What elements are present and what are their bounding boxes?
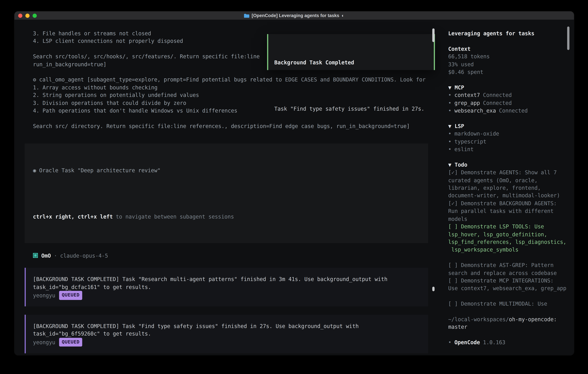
todo-line: [✓] Demonstrate BACKGROUND AGENTS: bbox=[448, 200, 567, 207]
bullet-icon: • bbox=[448, 138, 452, 145]
screen: [OpenCode] Leveraging agents for tasks ◐… bbox=[0, 0, 588, 374]
context-used: 33% used bbox=[448, 61, 567, 68]
mcp-name: websearch_exa bbox=[454, 108, 496, 114]
zoom-button[interactable] bbox=[32, 13, 37, 18]
workspace-repo: oh-my-opencode: bbox=[509, 316, 557, 322]
message-text-line: task_id="bg_6f59260c" to get results. bbox=[33, 330, 420, 338]
toast-notification[interactable]: Background Task Completed Task "Find typ… bbox=[267, 34, 435, 70]
agent-model: claude-opus-4-5 bbox=[60, 252, 108, 260]
workspace-path-prefix: ~/local-workspaces/ bbox=[448, 316, 509, 322]
oracle-task-title-line: ◉Oracle Task "Deep architecture review" bbox=[33, 166, 420, 174]
agent-square-icon bbox=[33, 253, 38, 258]
todo-line-active: lsp_find_references, lsp_diagnostics, bbox=[448, 238, 567, 246]
lsp-name: typescript bbox=[454, 138, 486, 145]
todo-line-active: lsp_hover, lsp_goto_definition, bbox=[448, 230, 567, 238]
lsp-name: markdown-oxide bbox=[454, 131, 499, 137]
workspace-path: ~/local-workspaces/oh-my-opencode: bbox=[448, 315, 567, 323]
todo-line-active: [ ] Demonstrate LSP TOOLS: Use bbox=[448, 223, 567, 230]
todo-line-active: lsp_workspace_symbols bbox=[448, 246, 567, 254]
app-version: 1.0.163 bbox=[483, 339, 505, 345]
bullet-icon: • bbox=[448, 108, 452, 114]
todo-line: librarian, explore, frontend, bbox=[448, 184, 567, 192]
progress-circle-icon: ◐ bbox=[342, 12, 344, 19]
message-text-line: [BACKGROUND TASK COMPLETED] Task "Find t… bbox=[33, 322, 420, 330]
todo-line: [ ] Demonstrate MULTIMODAL: Use bbox=[448, 300, 567, 308]
nav-hint-text: to navigate between subagent sessions bbox=[116, 214, 234, 220]
mcp-name: grep_app bbox=[454, 100, 480, 106]
gear-icon: ⚙ bbox=[33, 77, 36, 83]
workspace-branch: master bbox=[448, 323, 567, 331]
folder-icon bbox=[244, 13, 250, 18]
message-text-line: [BACKGROUND TASK COMPLETED] Task "Resear… bbox=[33, 275, 420, 283]
mcp-item: •context7Connected bbox=[448, 91, 567, 99]
oracle-task-card[interactable]: ◉Oracle Task "Deep architecture review" … bbox=[25, 144, 428, 243]
status-badge: QUEUED bbox=[59, 291, 82, 300]
toast-title: Background Task Completed bbox=[274, 59, 431, 66]
bullet-icon: • bbox=[448, 131, 452, 137]
todo-line: [ ] Demonstrate AST-GREP: Pattern bbox=[448, 261, 567, 269]
todo-line: Use context7, websearch_exa, grep_app bbox=[448, 284, 567, 292]
todo-line: models bbox=[448, 215, 567, 223]
lsp-name: eslint bbox=[454, 146, 473, 152]
record-icon: ◉ bbox=[33, 167, 36, 174]
oracle-task-title: Oracle Task "Deep architecture review" bbox=[39, 167, 161, 174]
todo-line: [✓] Demonstrate AGENTS: Show all 7 bbox=[448, 169, 567, 176]
context-tokens: 66,518 tokens bbox=[448, 53, 567, 61]
lsp-item: •eslint bbox=[448, 145, 567, 153]
bullet-icon: • bbox=[448, 339, 452, 345]
window-title: [OpenCode] Leveraging agents for tasks ◐ bbox=[244, 12, 344, 19]
oracle-nav-hint: ctrl+x right, ctrl+x leftto navigate bet… bbox=[33, 213, 420, 221]
todo-line: curated agents (OmO, oracle, bbox=[448, 176, 567, 184]
todo-line: [ ] Demonstrate MCP INTEGRATIONS: bbox=[448, 277, 567, 284]
todo-line: document-writer, multimodal-looker) bbox=[448, 192, 567, 199]
main-scrollbar-thumb[interactable] bbox=[432, 28, 435, 42]
bullet-icon: • bbox=[448, 100, 452, 106]
status-badge: QUEUED bbox=[59, 338, 82, 347]
todo-line: Run parallel tasks with different bbox=[448, 207, 567, 215]
close-button[interactable] bbox=[18, 13, 22, 18]
app-version-line: •OpenCode1.0.163 bbox=[448, 339, 567, 346]
mcp-item: •websearch_exaConnected bbox=[448, 107, 567, 114]
message-author: yeongyu bbox=[33, 338, 55, 346]
session-sidebar: Leveraging agents for tasks Context 66,5… bbox=[442, 20, 574, 355]
lsp-item: •markdown-oxide bbox=[448, 130, 567, 138]
mcp-status: Connected bbox=[483, 92, 512, 98]
bullet-icon: • bbox=[448, 92, 452, 98]
todo-line: search and replace across codebase bbox=[448, 269, 567, 277]
message-text-line: task_id="bg_dcfac161" to get results. bbox=[33, 283, 420, 291]
sidebar-scrollbar-thumb[interactable] bbox=[567, 26, 569, 50]
context-heading: Context bbox=[448, 45, 567, 53]
mcp-name: context7 bbox=[454, 92, 480, 98]
lsp-section-heading[interactable]: ▼ LSP bbox=[448, 122, 567, 130]
terminal-window: [OpenCode] Leveraging agents for tasks ◐… bbox=[14, 11, 574, 355]
minimize-button[interactable] bbox=[25, 13, 30, 18]
titlebar[interactable]: [OpenCode] Leveraging agents for tasks ◐ bbox=[14, 11, 574, 20]
traffic-lights bbox=[18, 11, 37, 20]
mcp-status: Connected bbox=[483, 100, 512, 106]
context-spent: $0.46 spent bbox=[448, 68, 567, 76]
nav-keys: ctrl+x right, ctrl+x left bbox=[33, 214, 113, 220]
lsp-item: •typescript bbox=[448, 138, 567, 145]
message-card[interactable]: [BACKGROUND TASK COMPLETED] Task "Resear… bbox=[25, 268, 428, 306]
window-title-text: [OpenCode] Leveraging agents for tasks bbox=[252, 12, 339, 19]
bullet-icon: • bbox=[448, 146, 452, 152]
message-author: yeongyu bbox=[33, 291, 55, 299]
mcp-status: Connected bbox=[499, 108, 528, 114]
agent-header: OmO · claude-opus-4-5 bbox=[25, 252, 442, 260]
agent-separator: · bbox=[54, 252, 57, 260]
toast-body: Task "Find type safety issues" finished … bbox=[274, 105, 431, 113]
mcp-section-heading[interactable]: ▼ MCP bbox=[448, 83, 567, 91]
main-scrollbar-thumb-bottom[interactable] bbox=[432, 287, 435, 291]
app-name: OpenCode bbox=[454, 339, 480, 345]
message-card[interactable]: [BACKGROUND TASK COMPLETED] Task "Find t… bbox=[25, 315, 428, 353]
todo-section-heading[interactable]: ▼ Todo bbox=[448, 161, 567, 168]
session-title: Leveraging agents for tasks bbox=[448, 30, 567, 37]
agent-name: OmO bbox=[41, 252, 51, 260]
mcp-item: •grep_appConnected bbox=[448, 99, 567, 107]
